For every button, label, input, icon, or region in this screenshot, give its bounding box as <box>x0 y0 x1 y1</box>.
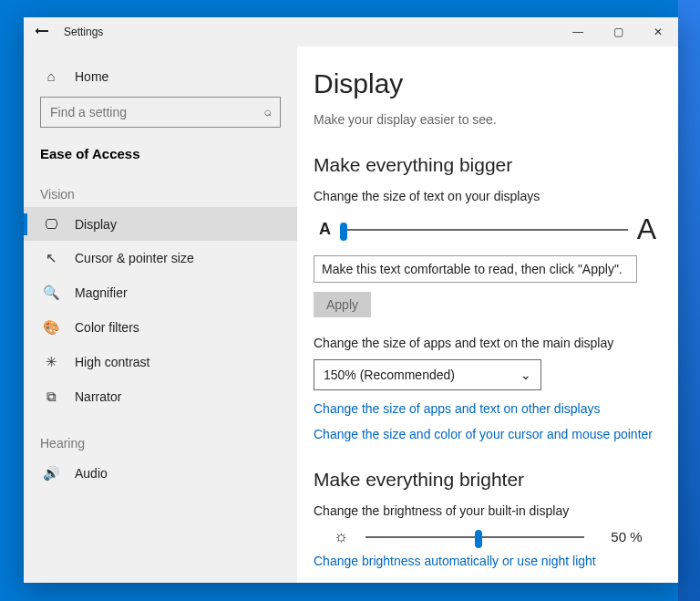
titlebar: 🠔 Settings — ▢ ✕ <box>24 17 678 47</box>
chevron-down-icon: ⌄ <box>520 368 531 382</box>
text-size-slider[interactable] <box>340 221 628 239</box>
link-night-light[interactable]: Change brightness automatically or use n… <box>314 554 662 568</box>
slider-track <box>340 229 628 231</box>
group-vision-label: Vision <box>24 165 297 207</box>
settings-window: 🠔 Settings — ▢ ✕ ⌂ Home ⌕ Ease of Access… <box>24 17 678 583</box>
home-label: Home <box>75 69 108 84</box>
scaling-dropdown[interactable]: 150% (Recommended) ⌄ <box>314 359 541 390</box>
sidebar-item-label: Audio <box>75 466 108 481</box>
sample-text-box: Make this text comfortable to read, then… <box>314 255 637 283</box>
text-size-label: Change the size of text on your displays <box>314 189 662 203</box>
cursor-icon: ↖ <box>40 250 62 266</box>
page-subtitle: Make your display easier to see. <box>314 112 662 127</box>
apply-button[interactable]: Apply <box>314 292 371 317</box>
search-icon: ⌕ <box>264 104 272 119</box>
brightness-value: 50 % <box>597 529 643 544</box>
page-title: Display <box>314 68 662 99</box>
sun-icon: ☼ <box>334 527 349 546</box>
sidebar-item-display[interactable]: 🖵 Display <box>24 207 297 241</box>
brightness-label: Change the brightness of your built-in d… <box>314 503 662 518</box>
contrast-icon: ✳ <box>40 354 62 370</box>
sidebar-item-label: Cursor & pointer size <box>75 251 194 265</box>
sidebar-item-colorfilters[interactable]: 🎨 Color filters <box>24 310 297 345</box>
desktop-background <box>678 0 700 601</box>
back-button[interactable]: 🠔 <box>24 24 60 40</box>
sidebar: ⌂ Home ⌕ Ease of Access Vision 🖵 Display… <box>24 47 297 583</box>
sidebar-item-audio[interactable]: 🔊 Audio <box>24 456 297 491</box>
section-bigger-heading: Make everything bigger <box>314 154 662 176</box>
search-input[interactable] <box>40 97 281 128</box>
content-pane: Display Make your display easier to see.… <box>297 47 678 583</box>
sidebar-item-magnifier[interactable]: 🔍 Magnifier <box>24 275 297 310</box>
sidebar-item-label: Display <box>75 217 117 232</box>
sidebar-item-label: High contrast <box>75 355 149 369</box>
brightness-slider[interactable] <box>365 528 584 546</box>
small-a-icon: A <box>319 220 331 239</box>
maximize-button[interactable]: ▢ <box>598 17 638 47</box>
text-size-slider-row: A A <box>314 212 662 246</box>
link-other-displays[interactable]: Change the size of apps and text on othe… <box>314 401 662 416</box>
slider-thumb[interactable] <box>340 223 347 241</box>
magnifier-icon: 🔍 <box>40 285 62 301</box>
minimize-button[interactable]: — <box>558 17 598 47</box>
brightness-slider-row: ☼ 50 % <box>314 527 662 546</box>
group-hearing-label: Hearing <box>24 414 297 456</box>
section-brighter-heading: Make everything brighter <box>314 469 662 491</box>
search-wrap: ⌕ <box>40 97 281 128</box>
sidebar-item-cursor[interactable]: ↖ Cursor & pointer size <box>24 241 297 275</box>
palette-icon: 🎨 <box>40 319 62 336</box>
audio-icon: 🔊 <box>40 465 62 482</box>
narrator-icon: ⧉ <box>40 389 62 405</box>
category-label: Ease of Access <box>24 137 297 165</box>
big-a-icon: A <box>637 212 656 246</box>
link-cursor-settings[interactable]: Change the size and color of your cursor… <box>314 427 662 441</box>
display-icon: 🖵 <box>40 216 62 232</box>
sidebar-item-label: Magnifier <box>75 285 128 300</box>
slider-thumb[interactable] <box>475 530 482 548</box>
home-icon: ⌂ <box>40 68 62 84</box>
sidebar-item-narrator[interactable]: ⧉ Narrator <box>24 379 297 414</box>
sidebar-item-label: Narrator <box>75 389 121 404</box>
home-nav[interactable]: ⌂ Home <box>24 59 297 93</box>
app-size-label: Change the size of apps and text on the … <box>314 336 662 350</box>
dropdown-value: 150% (Recommended) <box>324 368 455 382</box>
close-button[interactable]: ✕ <box>638 17 678 47</box>
sidebar-item-highcontrast[interactable]: ✳ High contrast <box>24 345 297 379</box>
window-title: Settings <box>60 26 103 38</box>
sidebar-item-label: Color filters <box>75 320 139 335</box>
